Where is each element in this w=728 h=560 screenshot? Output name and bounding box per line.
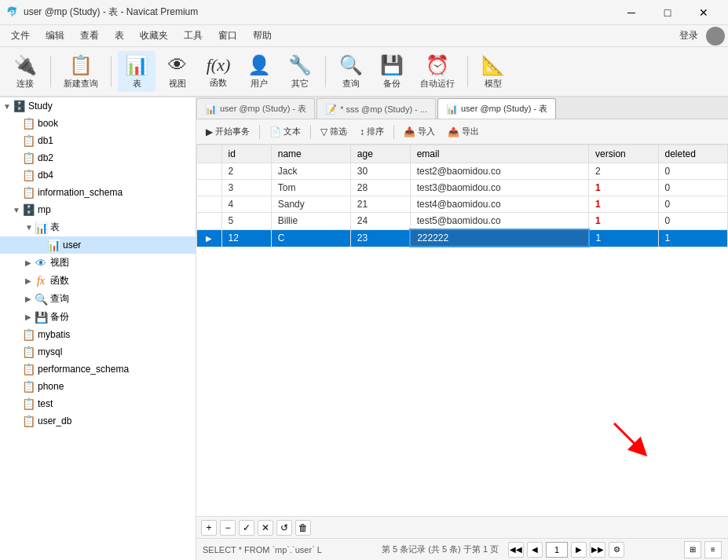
sidebar-item-book[interactable]: 📋 book: [0, 115, 196, 132]
sidebar-item-tables[interactable]: ▼ 📊 表: [0, 218, 196, 236]
menu-view[interactable]: 查看: [72, 26, 107, 46]
sidebar-item-queries[interactable]: ▶ 🔍 查询: [0, 290, 196, 308]
status-right: ⊞ ≡: [684, 541, 722, 558]
list-view-button[interactable]: ≡: [704, 541, 722, 558]
col-deleted-header[interactable]: deleted: [658, 145, 727, 163]
tab-user-table-2[interactable]: 📊 user @mp (Study) - 表: [437, 98, 556, 119]
first-page-button[interactable]: ◀◀: [508, 542, 524, 558]
sidebar-item-db1[interactable]: 📋 db1: [0, 132, 196, 149]
other-label: 其它: [291, 78, 309, 90]
model-label: 模型: [485, 78, 502, 90]
import-label: 导入: [418, 126, 435, 137]
tab-sss[interactable]: 📝 * sss @mp (Study) - ...: [316, 98, 436, 119]
begin-transaction-button[interactable]: ▶ 开始事务: [201, 124, 254, 139]
toolbar-user[interactable]: 👤 用户: [240, 51, 278, 92]
toolbar-connect[interactable]: 🔌 连接: [6, 51, 44, 92]
sidebar-item-performance-schema[interactable]: 📋 performance_schema: [0, 361, 196, 378]
toolbar-backup[interactable]: 💾 备份: [373, 51, 411, 92]
last-page-button[interactable]: ▶▶: [590, 542, 605, 558]
tab-user-table-1[interactable]: 📊 user @mp (Study) - 表: [196, 98, 315, 119]
next-page-button[interactable]: ▶: [571, 542, 587, 558]
sidebar-item-db2[interactable]: 📋 db2: [0, 149, 196, 167]
sidebar-item-views[interactable]: ▶ 👁 视图: [0, 254, 196, 272]
bottom-toolbar: + − ✓ ✕ ↺ 🗑: [196, 516, 728, 538]
window-title: user @mp (Study) - 表 - Navicat Premium: [24, 5, 613, 19]
toolbar-view[interactable]: 👁 视图: [159, 51, 196, 92]
table-row[interactable]: 2 Jack 30 test2@baomidou.co 2 0: [197, 163, 728, 180]
toolbar-model[interactable]: 📐 模型: [474, 51, 512, 92]
menu-tools[interactable]: 工具: [176, 26, 210, 46]
toolbar-autorun[interactable]: ⏰ 自动运行: [414, 51, 461, 92]
maximize-button[interactable]: □: [649, 0, 686, 25]
close-button[interactable]: ✕: [686, 0, 722, 25]
db4-icon: 📋: [22, 169, 35, 181]
row5-email[interactable]: 222222: [410, 229, 588, 247]
sort-button[interactable]: ↕ 排序: [355, 124, 389, 139]
menu-edit[interactable]: 编辑: [38, 26, 72, 46]
queries-icon: 🔍: [35, 293, 47, 306]
sidebar-item-test[interactable]: 📋 test: [0, 395, 196, 412]
sidebar-item-mysql[interactable]: 📋 mysql: [0, 343, 196, 361]
table-row[interactable]: 5 Billie 24 test5@baomidou.co 1 0: [197, 213, 728, 230]
queries-label: 查询: [50, 292, 69, 306]
toolbar-function[interactable]: f(x) 函数: [199, 51, 237, 92]
mp-label: mp: [38, 204, 51, 215]
add-record-button[interactable]: +: [201, 520, 217, 536]
db2-label: db2: [38, 152, 53, 163]
sidebar-item-mybatis[interactable]: 📋 mybatis: [0, 326, 196, 343]
trash-button[interactable]: 🗑: [295, 520, 311, 536]
text-button[interactable]: 📄 文本: [265, 124, 305, 139]
refresh-button[interactable]: ↺: [276, 520, 292, 536]
toolbar-new-query[interactable]: 📋 新建查询: [57, 51, 104, 92]
page-input[interactable]: [546, 542, 568, 558]
sidebar-item-phone[interactable]: 📋 phone: [0, 378, 196, 395]
grid-view-button[interactable]: ⊞: [684, 541, 701, 558]
table-row[interactable]: 3 Tom 28 test3@baomidou.co 1 0: [197, 180, 728, 196]
toolbar-table[interactable]: 📊 表: [118, 51, 155, 92]
menu-login[interactable]: 登录: [671, 26, 706, 46]
col-id-header[interactable]: id: [221, 145, 271, 163]
prev-page-button[interactable]: ◀: [527, 542, 543, 558]
toolbar-other[interactable]: 🔧 其它: [281, 51, 319, 92]
row4-age: 24: [350, 213, 410, 230]
test-icon: 📋: [22, 397, 35, 410]
status-bar: SELECT * FROM `mp`.`user` L 第 5 条记录 (共 5…: [196, 538, 728, 560]
minimize-button[interactable]: ─: [613, 0, 649, 25]
autorun-icon: ⏰: [426, 54, 449, 76]
tables-label: 表: [50, 221, 60, 234]
sidebar-item-user[interactable]: 📊 user: [0, 236, 196, 254]
sidebar-item-mp[interactable]: ▼ 🗄️ mp: [0, 201, 196, 218]
phone-label: phone: [38, 381, 64, 392]
row2-email: test3@baomidou.co: [410, 180, 588, 196]
sidebar-item-information-schema[interactable]: 📋 information_schema: [0, 184, 196, 201]
filter-icon: ▽: [320, 126, 327, 137]
mp-arrow: ▼: [13, 206, 22, 214]
menu-help[interactable]: 帮助: [245, 26, 280, 46]
table-row[interactable]: 4 Sandy 21 test4@baomidou.co 1 0: [197, 196, 728, 213]
sidebar-item-functions[interactable]: ▶ fx 函数: [0, 272, 196, 290]
tab2-label: * sss @mp (Study) - ...: [340, 104, 427, 114]
menu-favorites[interactable]: 收藏夹: [132, 26, 176, 46]
export-button[interactable]: 📤 导出: [443, 124, 484, 139]
sidebar-item-db4[interactable]: 📋 db4: [0, 167, 196, 184]
col-name-header[interactable]: name: [271, 145, 350, 163]
menu-file[interactable]: 文件: [3, 26, 38, 46]
filter-button[interactable]: ▽ 筛选: [316, 124, 352, 139]
sidebar-item-backups[interactable]: ▶ 💾 备份: [0, 308, 196, 326]
table-row-selected[interactable]: ▶ 12 C 23 222222 1 1: [197, 229, 728, 247]
sidebar-item-study[interactable]: ▼ 🗄️ Study: [0, 97, 196, 115]
sidebar-item-user-db[interactable]: 📋 user_db: [0, 412, 196, 430]
import-button[interactable]: 📥 导入: [399, 124, 440, 139]
col-age-header[interactable]: age: [350, 145, 410, 163]
toolbar-query[interactable]: 🔍 查询: [332, 51, 370, 92]
col-email-header[interactable]: email: [410, 145, 588, 163]
settings-button[interactable]: ⚙: [609, 542, 624, 558]
col-version-header[interactable]: version: [589, 145, 658, 163]
tables-icon: 📊: [35, 221, 47, 234]
menu-table[interactable]: 表: [107, 26, 132, 46]
delete-record-button[interactable]: −: [220, 520, 236, 536]
menu-window[interactable]: 窗口: [210, 26, 245, 46]
toolbar-divider-2: [111, 56, 112, 87]
cancel-button[interactable]: ✕: [258, 520, 273, 536]
confirm-button[interactable]: ✓: [239, 520, 254, 536]
